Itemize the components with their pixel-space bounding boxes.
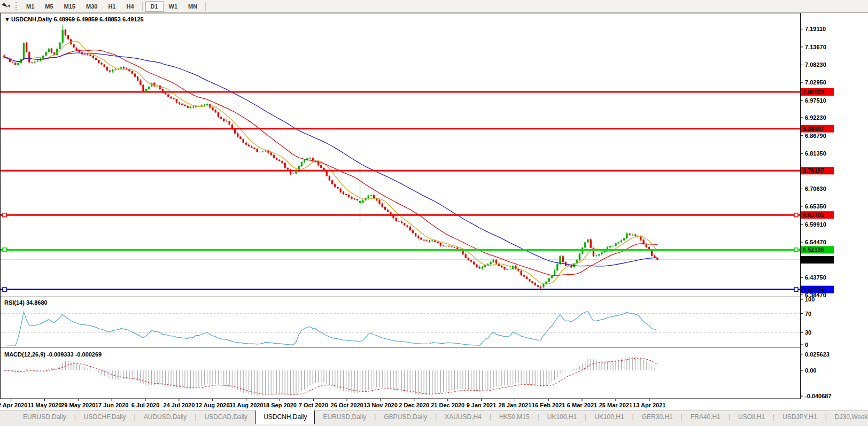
candle-body	[540, 287, 541, 288]
candle-body	[76, 48, 78, 50]
candle-body	[521, 271, 522, 275]
toolbar: ▾ M1M5M15M30H1H4D1W1MN	[0, 0, 868, 13]
candle-body	[465, 254, 467, 258]
price-tick-label: 6.43750	[805, 274, 826, 281]
candle-body	[609, 246, 611, 247]
tab-eurusd-daily[interactable]: EURUSD,Daily	[15, 411, 74, 423]
candle-body	[548, 278, 550, 282]
timeframe-button-m30[interactable]: M30	[81, 1, 103, 12]
tab-ger30-h1[interactable]: GER30,H1	[634, 411, 681, 423]
candle-body	[28, 52, 30, 63]
tab-bar: EURUSD,Daily|USDCHF,Daily|AUDUSD,Daily|U…	[0, 410, 868, 426]
date-label: 7 Oct 2020	[299, 402, 328, 408]
timeframe-button-w1[interactable]: W1	[164, 1, 183, 12]
macd-tick-label: -0.040687	[805, 393, 832, 399]
candle-body	[12, 62, 13, 63]
candle-body	[623, 238, 625, 241]
timeframe-button-h1[interactable]: H1	[103, 1, 121, 12]
candle-body	[337, 187, 338, 189]
chart-title-marker[interactable]: ▼	[4, 16, 10, 22]
date-label: 6 Jul 2020	[131, 402, 160, 408]
candle-body	[237, 134, 238, 137]
candle-body	[223, 119, 224, 121]
tab-hk50-m15[interactable]: HK50,M15	[491, 411, 538, 423]
candle-body	[354, 199, 355, 199]
timeframe-button-mn[interactable]: MN	[183, 1, 203, 12]
cursor-tool-button[interactable]: ▾	[1, 2, 12, 10]
toolbar-grip[interactable]	[15, 2, 17, 10]
tab-uk100-h1[interactable]: UK100,H1	[539, 411, 585, 423]
candle-body	[148, 87, 150, 89]
candle-body	[128, 69, 130, 71]
price-tick-label: 7.02950	[805, 79, 826, 86]
tab-usdcad-daily[interactable]: USDCAD,Daily	[196, 411, 255, 423]
line-handle[interactable]	[3, 213, 6, 217]
candle-body	[273, 155, 275, 158]
line-handle[interactable]	[794, 213, 798, 217]
candle-body	[384, 207, 386, 210]
candle-body	[320, 165, 322, 168]
candle-body	[100, 63, 102, 65]
candle-body	[473, 262, 475, 265]
candle-body	[445, 246, 447, 246]
candle-body	[145, 89, 147, 91]
candle-body	[73, 44, 74, 48]
chart-window[interactable]: 7.191107.136707.082307.029506.975106.922…	[0, 13, 868, 410]
tab-fra40-h1[interactable]: FRA40,H1	[683, 411, 728, 423]
candle-body	[304, 160, 305, 162]
timeframe-button-m5[interactable]: M5	[40, 1, 58, 12]
tab-dj30-weekly[interactable]: DJ30,Weekly	[827, 411, 868, 423]
timeframe-button-h4[interactable]: H4	[121, 1, 139, 12]
candle-body	[417, 236, 419, 238]
candle-body	[262, 151, 264, 152]
line-handle[interactable]	[794, 288, 798, 291]
tab-eurusd-daily[interactable]: EURUSD,Daily	[315, 411, 374, 423]
candle-body	[259, 152, 261, 152]
tab-uk100-h1[interactable]: UK100,H1	[586, 411, 632, 423]
candle-body	[579, 254, 580, 260]
candle-body	[584, 242, 586, 247]
date-label: 6 Mar 2021	[567, 402, 597, 408]
candle-body	[542, 284, 544, 287]
date-label: 17 Jun 2020	[95, 402, 128, 408]
candle-body	[343, 192, 344, 194]
candle-body	[109, 71, 111, 72]
price-tick-label: 6.81350	[805, 150, 826, 157]
candle-body	[534, 283, 536, 285]
line-handle[interactable]	[3, 288, 6, 291]
tab-gbpusd-daily[interactable]: GBPUSD,Daily	[376, 411, 435, 423]
candle-body	[656, 258, 658, 260]
candle-body	[104, 65, 105, 67]
line-handle[interactable]	[794, 248, 798, 252]
candle-body	[396, 218, 397, 221]
tab-usoil-h1[interactable]: USOil,H1	[730, 411, 773, 423]
candle-body	[67, 35, 69, 40]
tab-usdjpy-h1[interactable]: USDJPY,H1	[774, 411, 825, 423]
tab-audusd-daily[interactable]: AUDUSD,Daily	[136, 411, 195, 423]
tab-xauusd-h4[interactable]: XAUUSD,H4	[437, 411, 490, 423]
candle-body	[243, 139, 244, 143]
candle-body	[234, 129, 236, 133]
candle-body	[415, 233, 416, 236]
line-handle[interactable]	[3, 248, 6, 252]
candle-body	[65, 30, 66, 35]
candle-body	[131, 71, 133, 74]
candle-body	[340, 189, 342, 192]
date-label: 24 Jul 2020	[164, 402, 195, 408]
candle-body	[382, 204, 383, 207]
timeframe-button-m15[interactable]: M15	[59, 1, 81, 12]
macd-label: MACD(12,26,9) -0.009333 -0.000269	[4, 351, 102, 358]
candle-body	[295, 172, 297, 174]
timeframe-button-d1[interactable]: D1	[145, 1, 164, 12]
tab-usdchf-daily[interactable]: USDCHF,Daily	[76, 411, 134, 423]
timeframe-button-m1[interactable]: M1	[21, 1, 40, 12]
rsi-tick-label: 30	[805, 329, 811, 336]
timeframe-group: M1M5M15M30H1H4D1W1MN	[21, 0, 208, 12]
chart-canvas[interactable]: 7.191107.136707.082307.029506.975106.922…	[0, 13, 868, 410]
candle-body	[612, 246, 614, 246]
candle-body	[334, 184, 336, 187]
candle-body	[248, 145, 250, 146]
tab-usdcnh-daily[interactable]: USDCNH,Daily	[255, 410, 315, 424]
candle-body	[331, 180, 333, 184]
candle-body	[420, 238, 422, 240]
